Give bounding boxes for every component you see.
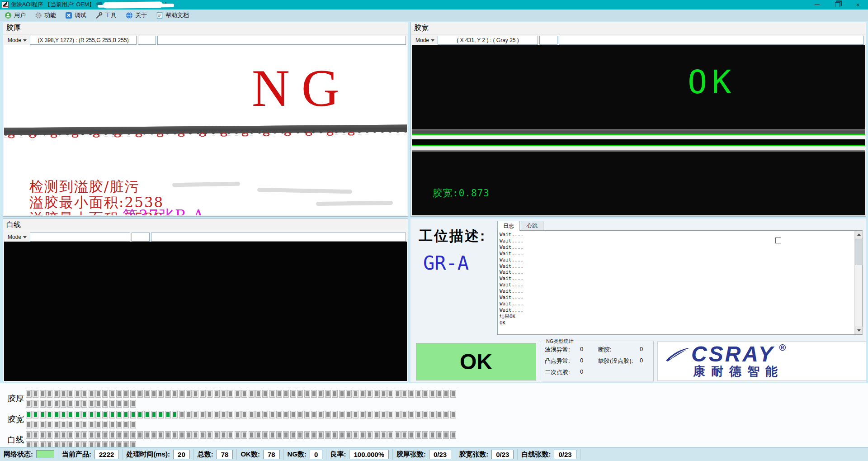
progress-cell [40, 411, 46, 418]
progress-cell [81, 411, 87, 418]
statusbar-item: 总数: 78 [194, 449, 237, 460]
progress-cell [81, 421, 87, 428]
info-box-small [132, 233, 150, 242]
progress-cell [144, 390, 150, 398]
progress-cell [227, 431, 233, 439]
mode-dropdown[interactable]: Mode [6, 234, 28, 240]
progress-cell [165, 390, 171, 398]
mode-dropdown-label: Mode [8, 37, 21, 43]
progress-cell [249, 390, 255, 398]
progress-cell [33, 390, 38, 398]
progress-cell [26, 431, 32, 439]
status-bar: 网络状态: 当前产品: 2222 处理时间(ms): 20 总数: 78 OK数… [0, 447, 868, 461]
close-button[interactable]: × [848, 0, 868, 10]
progress-cell [67, 411, 73, 418]
panel-title: 胶厚 [3, 22, 408, 34]
menu-item-label: 功能 [44, 11, 56, 19]
mode-dropdown[interactable]: Mode [6, 37, 28, 43]
menu-item-debug[interactable]: 调试 [61, 10, 91, 21]
triangle-down-icon [857, 329, 861, 332]
statusbar-item: 处理时间(ms): 20 [123, 449, 193, 460]
progress-label-white-line: 白线 [8, 434, 24, 445]
panel-glue-thickness: 胶厚 Mode (X 398,Y 1272) : (R 255,G 255,B … [3, 22, 408, 217]
progress-cell [415, 431, 421, 439]
progress-cell [401, 390, 407, 398]
statusbar-item: 胶厚张数: 0/23 [393, 449, 455, 460]
progress-cell [443, 431, 449, 439]
progress-cell [186, 411, 192, 418]
info-box-wide [151, 233, 406, 242]
progress-cell [395, 390, 401, 398]
progress-cell [325, 390, 331, 398]
progress-cell [262, 431, 268, 439]
progress-cell [311, 390, 317, 398]
progress-cell [235, 390, 241, 398]
progress-cell [193, 411, 198, 418]
progress-cell [158, 390, 164, 398]
log-line: Wait.... [500, 269, 853, 276]
log-checkbox[interactable] [775, 238, 781, 243]
progress-cell [102, 421, 108, 428]
log-lines[interactable]: Wait....Wait....Wait....Wait....Wait....… [497, 230, 863, 335]
progress-label-glue-thickness: 胶厚 [8, 393, 24, 404]
progress-cell [283, 431, 289, 439]
scroll-down-button[interactable] [855, 327, 863, 334]
progress-cell [26, 421, 32, 428]
pixel-coordinate-readout [30, 233, 130, 242]
progress-cell [33, 421, 38, 428]
menu-bar: 用户 功能 调试 工具 关于 帮助文档 [0, 10, 868, 21]
progress-row [26, 431, 456, 439]
progress-cell [89, 400, 94, 408]
scrollbar-thumb[interactable] [855, 239, 863, 265]
progress-cell [214, 411, 220, 418]
statusbar-item-label: 良率: [330, 450, 346, 459]
menu-item-about[interactable]: 关于 [121, 10, 151, 21]
progress-cell [450, 390, 456, 398]
menu-item-user[interactable]: 用户 [0, 10, 30, 21]
mode-toolbar: Mode ( X 431, Y 2 ) : ( Gray 25 ) [414, 35, 864, 45]
info-box-small [539, 36, 557, 45]
scroll-up-button[interactable] [855, 231, 863, 238]
progress-cell [374, 411, 380, 418]
stat-label: 缺胶(没点胶): [598, 357, 640, 365]
inspection-image-glue-thickness[interactable]: NG 检测到溢胶/脏污 溢胶最小面积:2538 溢胶最大面积:2538 第37张… [4, 45, 407, 215]
progress-cell [318, 431, 324, 439]
minimize-button[interactable] [807, 0, 827, 10]
overall-result-indicator[interactable]: OK [416, 343, 536, 380]
menu-item-help-doc[interactable]: 帮助文档 [151, 10, 193, 21]
window-controls: × [807, 0, 868, 10]
log-scrollbar[interactable] [854, 231, 862, 334]
progress-cell [193, 390, 198, 398]
stat-value: 0 [580, 346, 598, 354]
progress-cell [401, 431, 407, 439]
inspection-image-glue-width[interactable]: OK 胶宽:0.873 [412, 45, 865, 215]
menu-item-label: 工具 [105, 11, 117, 19]
progress-cell [179, 431, 185, 439]
menu-item-tools[interactable]: 工具 [91, 10, 121, 21]
info-box-wide [559, 36, 864, 45]
progress-cell [415, 390, 421, 398]
mode-dropdown[interactable]: Mode [414, 37, 436, 43]
progress-cell [255, 431, 261, 439]
restore-button[interactable] [827, 0, 848, 10]
menu-item-functions[interactable]: 功能 [30, 10, 61, 21]
progress-row [26, 390, 456, 398]
progress-cell [81, 390, 87, 398]
statusbar-item: OK数: 78 [237, 449, 283, 460]
statusbar-item-label: NG数: [288, 450, 307, 459]
progress-cell [130, 411, 136, 418]
station-id: GR-A [423, 252, 469, 274]
progress-cell [332, 431, 338, 439]
chevron-down-icon [431, 39, 434, 42]
defect-report-line: 检测到溢胶/脏污 [29, 179, 164, 195]
progress-cell [249, 411, 255, 418]
progress-cell [75, 431, 80, 439]
progress-cell [401, 411, 407, 418]
progress-cell [137, 411, 143, 418]
tab-heartbeat[interactable]: 心跳 [521, 221, 543, 230]
progress-cell [214, 431, 220, 439]
tab-log[interactable]: 日志 [497, 221, 520, 231]
statusbar-item-value: 0/23 [491, 450, 514, 459]
inspection-image-white-line[interactable] [4, 242, 407, 381]
progress-cell [89, 431, 94, 439]
